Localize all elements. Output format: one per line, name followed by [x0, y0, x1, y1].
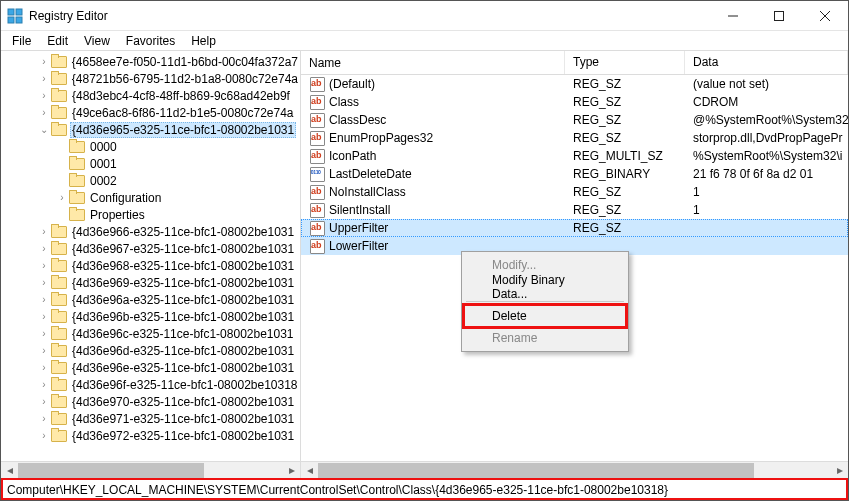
tree-item[interactable]: ›{4d36e970-e325-11ce-bfc1-08002be1031 — [1, 393, 300, 410]
expand-icon[interactable]: › — [37, 243, 51, 254]
expand-icon[interactable]: › — [37, 294, 51, 305]
scroll-right-icon[interactable]: ▸ — [831, 462, 848, 479]
expand-icon[interactable]: › — [37, 328, 51, 339]
list-hscroll[interactable]: ◂ ▸ — [301, 461, 848, 478]
tree-item[interactable]: ›{48721b56-6795-11d2-b1a8-0080c72e74a — [1, 70, 300, 87]
value-list[interactable]: (Default)REG_SZ(value not set)ClassREG_S… — [301, 75, 848, 255]
tree-hscroll[interactable]: ◂ ▸ — [1, 461, 300, 478]
collapse-icon[interactable]: ⌄ — [37, 124, 51, 135]
tree-item[interactable]: ›{48d3ebc4-4cf8-48ff-b869-9c68ad42eb9f — [1, 87, 300, 104]
expand-icon[interactable]: › — [37, 379, 51, 390]
value-row[interactable]: LastDeleteDateREG_BINARY21 f6 78 0f 6f 8… — [301, 165, 848, 183]
expand-icon[interactable]: › — [37, 430, 51, 441]
expand-icon[interactable]: › — [37, 277, 51, 288]
expand-icon[interactable]: › — [37, 413, 51, 424]
tree-item[interactable]: ›{49ce6ac8-6f86-11d2-b1e5-0080c72e74a — [1, 104, 300, 121]
tree-item[interactable]: ›{4d36e96a-e325-11ce-bfc1-08002be1031 — [1, 291, 300, 308]
tree-item[interactable]: ›{4d36e96e-e325-11ce-bfc1-08002be1031 — [1, 359, 300, 376]
tree-item-label: Configuration — [88, 191, 163, 205]
registry-tree[interactable]: ›{4658ee7e-f050-11d1-b6bd-00c04fa372a7›{… — [1, 51, 300, 446]
folder-icon — [51, 395, 67, 408]
tree-item[interactable]: ›{4d36e968-e325-11ce-bfc1-08002be1031 — [1, 257, 300, 274]
tree-item[interactable]: ›{4d36e967-e325-11ce-bfc1-08002be1031 — [1, 240, 300, 257]
tree-item-label: {4d36e965-e325-11ce-bfc1-08002be1031 — [70, 122, 296, 138]
string-value-icon — [309, 220, 325, 236]
close-button[interactable] — [802, 1, 848, 31]
expand-icon[interactable]: › — [37, 311, 51, 322]
folder-icon — [69, 191, 85, 204]
address-bar[interactable]: Computer\HKEY_LOCAL_MACHINE\SYSTEM\Curre… — [1, 478, 848, 500]
expand-icon[interactable]: › — [37, 396, 51, 407]
tree-item[interactable]: ›{4d36e96b-e325-11ce-bfc1-08002be1031 — [1, 308, 300, 325]
menu-favorites[interactable]: Favorites — [119, 32, 182, 50]
expand-icon[interactable]: › — [37, 345, 51, 356]
value-data: 1 — [685, 203, 848, 217]
menu-view[interactable]: View — [77, 32, 117, 50]
string-value-icon — [309, 130, 325, 146]
col-name[interactable]: Name — [301, 51, 565, 74]
tree-item[interactable]: ›{4d36e96c-e325-11ce-bfc1-08002be1031 — [1, 325, 300, 342]
tree-item-label: {4d36e96f-e325-11ce-bfc1-08002be10318 — [70, 378, 300, 392]
expand-icon[interactable]: › — [37, 260, 51, 271]
value-data: CDROM — [685, 95, 848, 109]
value-name: EnumPropPages32 — [329, 131, 433, 145]
expand-icon[interactable]: › — [37, 56, 51, 67]
window-title: Registry Editor — [29, 9, 710, 23]
scroll-left-icon[interactable]: ◂ — [1, 462, 18, 479]
col-type[interactable]: Type — [565, 51, 685, 74]
context-menu-item-modify-binary-data[interactable]: Modify Binary Data... — [464, 276, 626, 298]
value-row[interactable]: ClassDescREG_SZ@%SystemRoot%\System32 — [301, 111, 848, 129]
tree-item[interactable]: ·0000 — [1, 138, 300, 155]
tree-item[interactable]: ›{4d36e969-e325-11ce-bfc1-08002be1031 — [1, 274, 300, 291]
string-value-icon — [309, 202, 325, 218]
expand-icon[interactable]: › — [55, 192, 69, 203]
minimize-button[interactable] — [710, 1, 756, 31]
scroll-right-icon[interactable]: ▸ — [283, 462, 300, 479]
tree-item[interactable]: ›{4d36e96f-e325-11ce-bfc1-08002be10318 — [1, 376, 300, 393]
maximize-button[interactable] — [756, 1, 802, 31]
context-menu: Modify...Modify Binary Data...DeleteRena… — [461, 251, 629, 352]
value-name: Class — [329, 95, 359, 109]
no-expand: · — [55, 209, 69, 220]
expand-icon[interactable]: › — [37, 73, 51, 84]
value-name: ClassDesc — [329, 113, 386, 127]
menu-help[interactable]: Help — [184, 32, 223, 50]
expand-icon[interactable]: › — [37, 107, 51, 118]
tree-item[interactable]: ·0002 — [1, 172, 300, 189]
expand-icon[interactable]: › — [37, 90, 51, 101]
string-value-icon — [309, 76, 325, 92]
tree-item-label: {4d36e969-e325-11ce-bfc1-08002be1031 — [70, 276, 296, 290]
col-data[interactable]: Data — [685, 51, 848, 74]
context-menu-item-delete[interactable]: Delete — [464, 305, 626, 327]
tree-item-label: {48d3ebc4-4cf8-48ff-b869-9c68ad42eb9f — [70, 89, 292, 103]
folder-icon — [51, 429, 67, 442]
tree-item-label: {4d36e96c-e325-11ce-bfc1-08002be1031 — [70, 327, 296, 341]
svg-rect-3 — [16, 17, 22, 23]
value-row[interactable]: IconPathREG_MULTI_SZ%SystemRoot%\System3… — [301, 147, 848, 165]
tree-item[interactable]: ›Configuration — [1, 189, 300, 206]
value-row[interactable]: NoInstallClassREG_SZ1 — [301, 183, 848, 201]
tree-item[interactable]: ⌄{4d36e965-e325-11ce-bfc1-08002be1031 — [1, 121, 300, 138]
expand-icon[interactable]: › — [37, 226, 51, 237]
tree-item[interactable]: ›{4658ee7e-f050-11d1-b6bd-00c04fa372a7 — [1, 53, 300, 70]
tree-item[interactable]: ›{4d36e972-e325-11ce-bfc1-08002be1031 — [1, 427, 300, 444]
value-row[interactable]: SilentInstallREG_SZ1 — [301, 201, 848, 219]
folder-icon — [51, 310, 67, 323]
tree-item[interactable]: ·0001 — [1, 155, 300, 172]
tree-item[interactable]: ›{4d36e971-e325-11ce-bfc1-08002be1031 — [1, 410, 300, 427]
value-row[interactable]: ClassREG_SZCDROM — [301, 93, 848, 111]
value-row[interactable]: (Default)REG_SZ(value not set) — [301, 75, 848, 93]
tree-item[interactable]: ›{4d36e966-e325-11ce-bfc1-08002be1031 — [1, 223, 300, 240]
value-row[interactable]: UpperFilterREG_SZ — [301, 219, 848, 237]
menu-edit[interactable]: Edit — [40, 32, 75, 50]
menu-file[interactable]: File — [5, 32, 38, 50]
scroll-left-icon[interactable]: ◂ — [301, 462, 318, 479]
tree-item[interactable]: ·Properties — [1, 206, 300, 223]
value-data: %SystemRoot%\System32\i — [685, 149, 848, 163]
value-row[interactable]: EnumPropPages32REG_SZstorprop.dll,DvdPro… — [301, 129, 848, 147]
list-header[interactable]: Name Type Data — [301, 51, 848, 75]
string-value-icon — [309, 112, 325, 128]
tree-item[interactable]: ›{4d36e96d-e325-11ce-bfc1-08002be1031 — [1, 342, 300, 359]
folder-icon — [51, 327, 67, 340]
expand-icon[interactable]: › — [37, 362, 51, 373]
